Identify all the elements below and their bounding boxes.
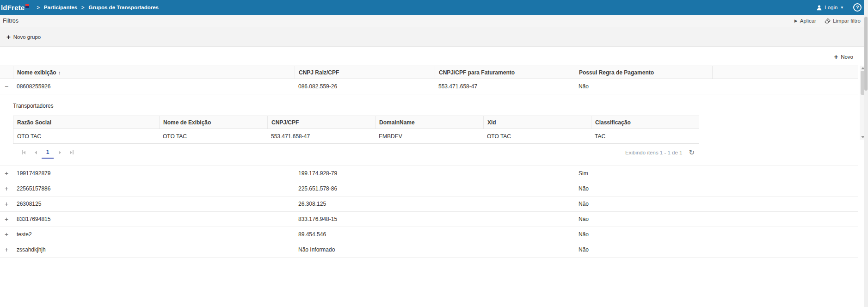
expand-row-button[interactable]: + (0, 185, 13, 192)
cell-nome-exibicao: 08608255926 (13, 83, 295, 90)
breadcrumb-item-grupos[interactable]: Grupos de Transportadores (89, 5, 159, 10)
eraser-icon (825, 18, 831, 24)
table-row[interactable]: + teste2 89.454.546 Não (0, 227, 858, 242)
cell-regra-pagamento: Não (575, 246, 712, 253)
detail-column-domainname[interactable]: DomainName (375, 116, 483, 129)
expand-row-button[interactable]: + (0, 170, 13, 177)
logo-flag-icon (25, 4, 29, 8)
cell-nome-exibicao: 83317694815 (13, 216, 295, 222)
table-row[interactable]: + 22565157886 225.651.578-86 Não (0, 181, 858, 196)
cell-cnpj-faturamento: 553.471.658-47 (435, 83, 575, 90)
column-header-nome-exibicao[interactable]: Nome exibição ↑ (13, 66, 295, 79)
pager-first-button[interactable] (18, 147, 30, 158)
collapse-row-button[interactable]: − (0, 83, 13, 90)
cell-regra-pagamento: Não (575, 83, 712, 90)
cell-cnpj-raiz: 26.308.125 (295, 201, 435, 207)
column-header-cnpj-raiz[interactable]: CNPJ Raiz/CPF (295, 66, 435, 79)
new-button[interactable]: + Novo (834, 53, 853, 60)
plus-icon: + (5, 231, 8, 238)
detail-table-row[interactable]: OTO TAC OTO TAC 553.471.658-47 EMBDEV OT… (13, 129, 699, 143)
column-header-label: Possui Regra de Pagamento (579, 69, 654, 76)
pager-next-button[interactable] (54, 147, 66, 158)
clear-filter-button[interactable]: Limpar filtro (825, 18, 861, 24)
detail-column-cnpj-cpf[interactable]: CNPJ/CPF (267, 116, 375, 129)
refresh-icon[interactable]: ↻ (689, 148, 695, 157)
plus-icon: + (6, 33, 11, 40)
column-header-label: Nome de Exibição (163, 119, 211, 126)
apply-filter-label: Aplicar (800, 18, 816, 24)
column-header-regra-pagamento[interactable]: Possui Regra de Pagamento (575, 66, 712, 79)
transportadores-table: Razão Social Nome de Exibição CNPJ/CPF D… (13, 116, 699, 144)
detail-column-nome-exibicao[interactable]: Nome de Exibição (159, 116, 267, 129)
page-scrollbar-thumb[interactable] (864, 17, 868, 91)
groups-grid: Nome exibição ↑ CNPJ Raiz/CPF CNPJ/CPF p… (0, 66, 858, 258)
minus-icon: − (5, 83, 8, 90)
column-header-label: CNPJ Raiz/CPF (299, 69, 339, 76)
plus-icon: + (5, 216, 8, 222)
plus-icon: + (5, 185, 8, 192)
expand-row-button[interactable]: + (0, 246, 13, 253)
new-button-label: Novo (841, 54, 853, 60)
row-detail-section: Transportadores Razão Social Nome de Exi… (0, 94, 858, 166)
table-row[interactable]: + 83317694815 833.176.948-15 Não (0, 212, 858, 227)
cell-cnpj-raiz: 833.176.948-15 (295, 216, 435, 222)
filters-title: Filtros (3, 18, 18, 24)
detail-column-xid[interactable]: Xid (483, 116, 591, 129)
cell-cnpj-raiz: 086.082.559-26 (295, 83, 435, 90)
column-header-label: Xid (487, 119, 496, 126)
cell-nome-exibicao: 19917492879 (13, 170, 295, 177)
pager-right: Exibindo itens 1 - 1 de 1 ↻ (625, 148, 695, 157)
new-group-label: Novo grupo (13, 34, 41, 40)
cell-nome-exibicao: zssahdkjhjh (13, 246, 295, 253)
clear-filter-label: Limpar filtro (833, 18, 861, 24)
column-header-cnpj-faturamento[interactable]: CNPJ/CPF para Faturamento (435, 66, 575, 79)
header-expander-spacer (0, 66, 13, 79)
help-button[interactable]: ? (853, 3, 862, 12)
chevron-right-icon: > (37, 5, 39, 10)
table-row[interactable]: − 08608255926 086.082.559-26 553.471.658… (0, 79, 858, 94)
detail-pager: 1 Exibindo itens 1 - 1 de 1 ↻ (13, 145, 699, 160)
table-row[interactable]: + 19917492879 199.174.928-79 Sim (0, 166, 858, 181)
cell-nome-exibicao: 22565157886 (13, 185, 295, 192)
cell-regra-pagamento: Não (575, 231, 712, 238)
user-icon (816, 5, 822, 11)
cell-cnpj-cpf: 553.471.658-47 (267, 133, 375, 140)
cell-cnpj-raiz: 89.454.546 (295, 231, 435, 238)
cell-razao-social: OTO TAC (13, 133, 159, 140)
expand-row-button[interactable]: + (0, 216, 13, 222)
table-row[interactable]: + zssahdkjhjh Não Informado Não (0, 242, 858, 258)
pager-page-1[interactable]: 1 (42, 147, 54, 159)
page-scrollbar[interactable] (864, 0, 868, 307)
column-header-label: Classificação (595, 119, 631, 126)
detail-header-row: Razão Social Nome de Exibição CNPJ/CPF D… (13, 116, 699, 129)
pager-prev-button[interactable] (30, 147, 42, 158)
detail-column-classificacao[interactable]: Classificação (591, 116, 699, 129)
detail-title: Transportadores (13, 103, 858, 109)
cell-nome-exibicao: teste2 (13, 231, 295, 238)
table-row[interactable]: + 26308125 26.308.125 Não (0, 196, 858, 212)
grid-header-row: Nome exibição ↑ CNPJ Raiz/CPF CNPJ/CPF p… (0, 66, 858, 79)
cell-nome-exibicao: OTO TAC (159, 133, 267, 140)
column-header-label: DomainName (379, 119, 415, 126)
column-header-filler (712, 66, 858, 79)
plus-icon: + (5, 170, 8, 177)
column-header-label: Razão Social (17, 119, 51, 126)
apply-filter-button[interactable]: ▶ Aplicar (794, 18, 816, 24)
help-label: ? (856, 5, 859, 10)
pager-last-button[interactable] (66, 147, 78, 158)
plus-icon: + (5, 246, 8, 253)
breadcrumb-item-participantes[interactable]: Participantes (44, 5, 77, 10)
cell-xid: OTO TAC (483, 133, 591, 140)
detail-column-razao-social[interactable]: Razão Social (13, 116, 159, 129)
app-logo[interactable]: ldFrete (1, 4, 29, 12)
sort-asc-icon: ↑ (58, 70, 61, 75)
column-header-label: Nome exibição (17, 69, 56, 76)
filter-actions: ▶ Aplicar Limpar filtro (794, 18, 861, 24)
filter-bar: Filtros ▶ Aplicar Limpar filtro (0, 15, 868, 27)
login-menu[interactable]: Login ▾ (816, 5, 843, 11)
cell-nome-exibicao: 26308125 (13, 201, 295, 207)
grid-toolbar: + Novo (0, 47, 868, 66)
expand-row-button[interactable]: + (0, 201, 13, 207)
expand-row-button[interactable]: + (0, 231, 13, 238)
new-group-button[interactable]: + Novo grupo (6, 33, 41, 40)
